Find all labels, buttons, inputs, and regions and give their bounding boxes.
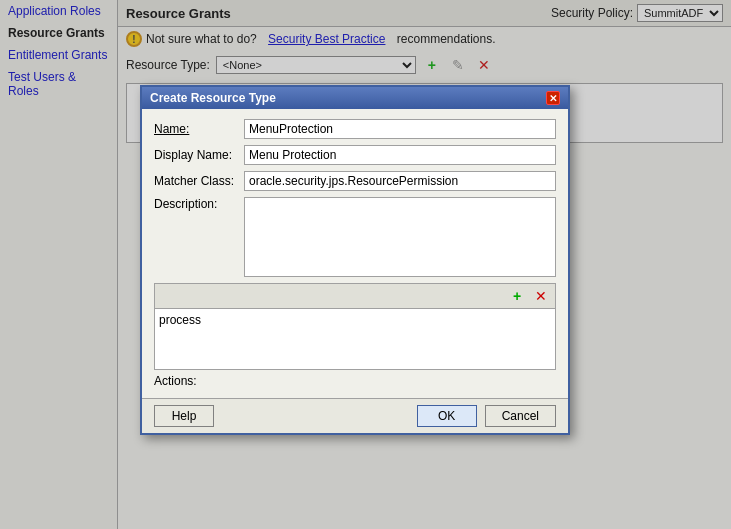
- create-resource-type-dialog: Create Resource Type ✕ Name: Display Nam…: [140, 85, 570, 435]
- display-name-input[interactable]: [244, 145, 556, 165]
- remove-action-button[interactable]: ✕: [531, 286, 551, 306]
- description-input[interactable]: [244, 197, 556, 277]
- name-row: Name:: [154, 119, 556, 139]
- dialog-overlay: Create Resource Type ✕ Name: Display Nam…: [0, 0, 731, 529]
- actions-list: process: [155, 309, 555, 369]
- cancel-button[interactable]: Cancel: [485, 405, 556, 427]
- dialog-titlebar: Create Resource Type ✕: [142, 87, 568, 109]
- ok-button[interactable]: OK: [417, 405, 477, 427]
- name-input[interactable]: [244, 119, 556, 139]
- display-name-label: Display Name:: [154, 148, 244, 162]
- dialog-footer: Help OK Cancel: [142, 398, 568, 433]
- dialog-title: Create Resource Type: [150, 91, 276, 105]
- description-label: Description:: [154, 197, 244, 211]
- display-name-row: Display Name:: [154, 145, 556, 165]
- actions-section: + ✕ process: [154, 283, 556, 370]
- matcher-class-row: Matcher Class:: [154, 171, 556, 191]
- actions-item: process: [159, 313, 201, 327]
- matcher-class-label: Matcher Class:: [154, 174, 244, 188]
- actions-toolbar: + ✕: [155, 284, 555, 309]
- matcher-class-input[interactable]: [244, 171, 556, 191]
- dialog-close-button[interactable]: ✕: [546, 91, 560, 105]
- actions-label-row: Actions:: [154, 374, 556, 388]
- name-label: Name:: [154, 122, 244, 136]
- dialog-body: Name: Display Name: Matcher Class: Descr…: [142, 109, 568, 398]
- add-action-button[interactable]: +: [507, 286, 527, 306]
- description-row: Description:: [154, 197, 556, 277]
- help-button[interactable]: Help: [154, 405, 214, 427]
- actions-label: Actions:: [154, 374, 244, 388]
